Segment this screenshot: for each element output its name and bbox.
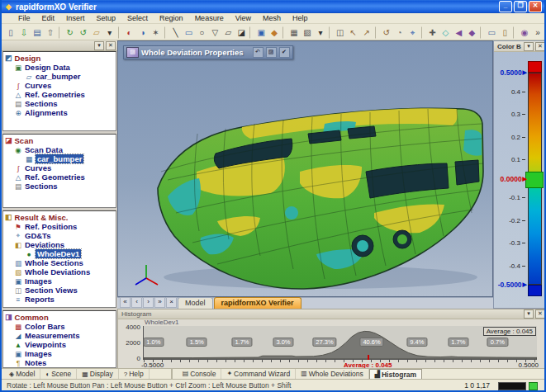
menu-item[interactable]: View [230,14,256,22]
tree-item[interactable]: ◧Deviations [5,240,116,249]
diamond-purple-icon[interactable]: ◆ [465,26,478,40]
tab-display[interactable]: ▦Display [77,369,118,379]
tab-scroll-prev-button[interactable]: ‹ [131,297,142,308]
new-document-icon[interactable]: ▯ [4,26,17,40]
menu-item[interactable]: Insert [61,14,90,22]
tab-scroll-last-button[interactable]: » [154,297,165,308]
spin-icon[interactable]: ◔ [393,26,406,40]
tree-item[interactable]: ▣Images [5,349,116,358]
texture-icon[interactable]: ◆ [268,26,281,40]
tree-item[interactable]: ◉Scan Data [5,145,116,154]
tab-help[interactable]: ?Help [119,369,150,379]
snapshot-icon[interactable]: ▣ [254,26,268,40]
tree-item[interactable]: ¶Notes [5,358,116,367]
crosshair-icon[interactable]: ✚ [425,26,439,40]
menu-item[interactable]: Select [122,14,153,22]
tree-item[interactable]: ●WholeDev1 [5,249,116,258]
tree-section-title-result[interactable]: ◧ Result & Misc. [5,212,116,222]
grid-dropdown-icon[interactable]: ▾ [314,26,327,40]
pin-icon[interactable]: ▾ [94,41,104,50]
tree-item[interactable]: ▩Color Bars [5,322,116,331]
grid-options-icon[interactable]: ▧ [301,26,314,40]
tree-section-title-common[interactable]: ◨ Common [5,312,116,322]
tree-item[interactable]: ⌖GD&Ts [5,231,116,240]
folder-dropdown-icon[interactable]: ▾ [103,26,116,40]
tab-scene[interactable]: ◐Scene [40,369,77,379]
bumper-model[interactable] [118,48,493,295]
target-icon[interactable]: ⌖ [406,26,420,40]
select-polygon-icon[interactable]: ▽ [208,26,221,40]
diamond-cyan-icon[interactable]: ◇ [439,26,452,40]
tab-model[interactable]: Model [178,297,213,309]
edit-button[interactable]: ▨ [266,47,277,58]
menu-item[interactable]: Help [287,14,313,22]
box-icon[interactable]: ▯ [498,26,511,40]
tree-item[interactable]: ▦car_bumper [5,154,116,163]
tree-item[interactable]: ≡Reports [5,295,116,304]
flag-in-icon[interactable]: ↗ [360,26,373,40]
tab-whole-deviations[interactable]: ▥Whole Deviations [296,369,369,379]
walkthrough-icon[interactable]: ✶ [150,26,163,40]
tree-section-title-design[interactable]: ◩ Design [5,53,116,63]
arrow-left-icon[interactable]: ◀ [452,26,465,40]
select-paint-icon[interactable]: ◪ [235,26,248,40]
tree-item[interactable]: ◫Section Views [5,286,116,295]
tab-model-dock[interactable]: ◈Model [4,369,40,379]
tab-histogram[interactable]: ▟Histogram [369,369,422,380]
select-rectangle-icon[interactable]: ▭ [182,26,195,40]
tree-item[interactable]: ▤Sections [5,182,116,191]
tree-item[interactable]: ▱car_bumper [5,72,116,81]
more-tools-icon[interactable]: » [531,26,544,40]
close-button[interactable]: ✕ [529,1,542,12]
tree-item[interactable]: ⊕Alignments [5,108,116,117]
apply-button[interactable]: ✔ [279,47,290,58]
minimize-button[interactable]: _ [499,1,512,12]
menu-item[interactable]: File [13,14,36,22]
tree-item[interactable]: ▤Sections [5,99,116,108]
monitor-icon[interactable]: ▭ [485,26,498,40]
title-bar[interactable]: ◆ rapidformXO Verifier _❐✕ [2,0,544,13]
tab-close-button[interactable]: × [166,297,177,308]
menu-item[interactable]: Edit [37,14,60,22]
histogram-plot[interactable]: 1.0%1.5%1.7%3.0%27.3%40.6%9.4%1.7%0.7% A… [143,326,537,360]
rotate-ccw-icon[interactable]: ↺ [380,26,393,40]
rotate-view-icon[interactable]: ◐ [123,26,136,40]
material-sphere-icon[interactable]: ◉ [518,26,531,40]
menu-item[interactable]: Region [154,14,188,22]
tree-item[interactable]: △Ref. Geometries [5,90,116,99]
select-line-icon[interactable]: ╲ [169,26,182,40]
tree-item[interactable]: ▣Design Data [5,63,116,72]
globe-view-icon[interactable]: ◑ [136,26,150,40]
tab-console[interactable]: ▤Console [178,369,222,379]
update-model-icon[interactable]: ↻ [64,26,77,40]
tree-item[interactable]: ▣Images [5,276,116,286]
tree-item[interactable]: ∫Curves [5,81,116,90]
sync-scan-icon[interactable]: ↺ [77,26,90,40]
3d-viewport[interactable]: ▨ Whole Deviation Properties ↶ ▨ ✔ [117,40,493,297]
tree-item[interactable]: ◢Measurements [5,331,116,340]
tab-rapidformxo-verifier[interactable]: rapidformXO Verifier [214,297,301,309]
save-icon[interactable]: ▤ [31,26,44,40]
select-circle-icon[interactable]: ○ [195,26,208,40]
tree-section-title-scan[interactable]: ◪ Scan [5,135,116,145]
whole-deviation-properties-toolbar[interactable]: ▨ Whole Deviation Properties ↶ ▨ ✔ [123,45,293,59]
colorbar-zero-band[interactable] [525,172,544,188]
select-freeform-icon[interactable]: ▱ [221,26,235,40]
tree-item[interactable]: ▲Viewpoints [5,340,116,349]
menu-item[interactable]: Mesh [258,14,286,22]
tree-item[interactable]: ▥Whole Sections [5,258,116,267]
close-icon[interactable]: ✕ [535,42,545,51]
menu-item[interactable]: Measure [190,14,229,22]
tree-item[interactable]: ∫Curves [5,163,116,172]
tab-scroll-next-button[interactable]: › [143,297,154,308]
open-folder-icon[interactable]: ▱ [90,26,103,40]
pin-icon[interactable]: ▾ [524,309,534,319]
import-icon[interactable]: ⇩ [17,26,31,40]
close-icon[interactable]: ✕ [106,41,116,50]
back-button[interactable]: ↶ [253,47,264,58]
close-icon[interactable]: ✕ [535,309,545,319]
tree-item[interactable]: ▧Whole Deviations [5,267,116,276]
tree-item[interactable]: ⚑Ref. Positions [5,222,116,231]
export-icon[interactable]: ⇧ [44,26,57,40]
tree-item[interactable]: △Ref. Geometries [5,172,116,182]
